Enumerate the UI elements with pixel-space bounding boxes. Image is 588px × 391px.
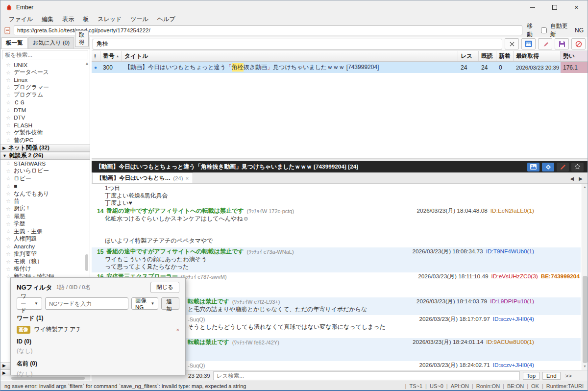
- thread-search-input[interactable]: [93, 39, 502, 49]
- ng-word-input[interactable]: [45, 297, 128, 310]
- sidebar-item[interactable]: ☆プログラマー: [0, 84, 90, 91]
- abone-bucket-button[interactable]: [542, 163, 554, 171]
- auto-update-checkbox[interactable]: [541, 27, 547, 33]
- go-button[interactable]: 移動: [526, 22, 538, 39]
- brush-button[interactable]: [538, 38, 552, 49]
- tab-favorites[interactable]: お気に入り (0): [28, 37, 74, 49]
- column-last-fetched[interactable]: 最終取得: [514, 51, 561, 61]
- sidebar-item[interactable]: ☆ＣＧ: [0, 99, 90, 106]
- menu-ファイル[interactable]: ファイル: [4, 14, 37, 24]
- post-id[interactable]: ID:9ACUw8U00(1): [486, 339, 534, 346]
- sidebar-item[interactable]: ☆データベース: [0, 69, 90, 76]
- sidebar-item[interactable]: ☆昔: [0, 197, 90, 205]
- board-search-row: [0, 49, 90, 61]
- column-read[interactable]: 既読: [479, 51, 496, 61]
- res-search-input[interactable]: [213, 371, 520, 380]
- post-id[interactable]: ID:sczv+JHI0(4): [493, 362, 534, 369]
- sidebar-item[interactable]: ☆学歴: [0, 220, 90, 227]
- menu-スレッド[interactable]: スレッド: [93, 14, 126, 24]
- more-button[interactable]: >>: [565, 373, 572, 379]
- image-button[interactable]: [521, 38, 536, 49]
- sidebar-item[interactable]: ☆主義・主張: [0, 228, 90, 235]
- post-be-link[interactable]: BE:743999204: [541, 273, 580, 281]
- ng-close-button[interactable]: 閉じる: [150, 282, 179, 293]
- remove-entry-icon[interactable]: ×: [176, 327, 179, 333]
- post-id[interactable]: ID:sczv+JHI0(4): [493, 316, 534, 323]
- sidebar-item[interactable]: ☆FLASH: [0, 122, 90, 129]
- close-button[interactable]: ×: [565, 0, 588, 14]
- menu-表示[interactable]: 表示: [58, 14, 78, 24]
- star-icon: ☆: [6, 70, 11, 75]
- column-momentum[interactable]: 勢い: [561, 51, 588, 61]
- menu-編集[interactable]: 編集: [37, 14, 58, 24]
- column-title[interactable]: タイトル: [122, 51, 458, 61]
- search-term-highlight: 角栓: [232, 63, 244, 72]
- sidebar-item[interactable]: ☆ロビー: [0, 175, 90, 182]
- maximize-button[interactable]: [543, 0, 565, 14]
- posts-scroll-thumb[interactable]: [583, 276, 588, 363]
- column-new[interactable]: 新着: [496, 51, 514, 61]
- thread-row[interactable]: ● 300 【動画】今日はいつもとちょっと違う「角栓抜き動画」見つけちゃいました…: [92, 62, 588, 73]
- sidebar-item[interactable]: ☆Linux: [0, 76, 90, 84]
- sidebar-scroll-thumb[interactable]: [85, 254, 88, 271]
- posts-scrollbar[interactable]: ▲ ▼: [582, 184, 588, 370]
- column-mark[interactable]: !: [92, 51, 100, 61]
- sidebar-item[interactable]: ☆厨房！: [0, 205, 90, 213]
- column-number[interactable]: 番号▲: [100, 51, 122, 61]
- jump-top-button[interactable]: Top: [523, 372, 540, 380]
- sidebar-item[interactable]: ☆昔のPC: [0, 137, 90, 144]
- ng-action-select[interactable]: 画像NG▼: [131, 297, 159, 310]
- sidebar-item[interactable]: ☆最悪: [0, 213, 90, 220]
- ng-toggle[interactable]: NG: [575, 27, 584, 34]
- menu-板[interactable]: 板: [78, 14, 93, 24]
- sidebar-item[interactable]: ☆プログラム: [0, 92, 90, 99]
- post-number[interactable]: 14: [97, 208, 103, 215]
- thread-tab[interactable]: 【動画】今日はいつもとち… (24) ×: [92, 172, 193, 183]
- tab-scroll-right-icon[interactable]: ▶: [579, 176, 583, 181]
- url-input[interactable]: [14, 25, 522, 35]
- tab-close-icon[interactable]: ×: [186, 175, 189, 181]
- sidebar-item[interactable]: ☆格付け: [0, 266, 90, 273]
- sidebar-item[interactable]: ☆Anarchy: [0, 243, 90, 250]
- sidebar-item[interactable]: ☆人権問題: [0, 235, 90, 243]
- write-post-button[interactable]: [557, 163, 569, 171]
- board-search-input[interactable]: [2, 50, 88, 59]
- sidebar-item[interactable]: ☆なんでもあり: [0, 190, 90, 197]
- sidebar-item[interactable]: ☆■: [0, 182, 90, 190]
- fetch-button[interactable]: 取得: [75, 30, 89, 47]
- post-id[interactable]: ID:eVsUHzZC0(3): [491, 273, 538, 281]
- sidebar-item[interactable]: ☆STARWARS: [0, 160, 90, 167]
- sidebar-item[interactable]: ☆ゲ製作技術: [0, 129, 90, 137]
- sidebar-item[interactable]: ☆おいらロビー: [0, 168, 90, 175]
- ng-add-button[interactable]: 追加: [161, 297, 179, 310]
- menu-ヘルプ[interactable]: ヘルプ: [153, 14, 180, 24]
- status-error-text: ng save error: invalid args `filters` fo…: [4, 383, 246, 389]
- favorite-star-button[interactable]: [571, 163, 584, 171]
- tab-scroll-left-icon[interactable]: ◀: [570, 176, 574, 181]
- post-id[interactable]: ID:EcN2IaLE0(1): [490, 207, 534, 215]
- scroll-down-icon: ▼: [582, 363, 588, 369]
- clear-search-button[interactable]: [505, 38, 519, 49]
- sidebar-item-label: Anarchy: [14, 243, 35, 250]
- sidebar-group[interactable]: ▶ネット関係 (32): [0, 144, 90, 152]
- post-id[interactable]: ID:T9NF4WUb0(1): [486, 248, 534, 256]
- ng-block-button[interactable]: [571, 38, 586, 49]
- sidebar-item[interactable]: ☆UNIX: [0, 61, 90, 69]
- jump-end-button[interactable]: End: [542, 372, 560, 380]
- ng-type-select[interactable]: ワード▼: [17, 297, 42, 310]
- sidebar-item[interactable]: ☆DTM: [0, 106, 90, 114]
- sidebar-group[interactable]: ▼雑談系 2 (26): [0, 152, 90, 160]
- star-icon: ☆: [6, 161, 11, 166]
- column-res[interactable]: レス: [458, 51, 479, 61]
- fetch-images-button[interactable]: [527, 163, 539, 171]
- post-number[interactable]: 15: [97, 248, 103, 255]
- thread-title[interactable]: 【動画】今日はいつもとちょっと違う「角栓抜き動画」見つけちゃいましたｗｗｗ [7…: [122, 62, 458, 73]
- sidebar-item[interactable]: ☆批判要望: [0, 250, 90, 258]
- sidebar-item[interactable]: ☆モ娘（狼）: [0, 258, 90, 265]
- sidebar-item[interactable]: ☆DTV: [0, 114, 90, 122]
- menu-ツール[interactable]: ツール: [126, 14, 153, 24]
- save-button[interactable]: [555, 38, 569, 49]
- minimize-button[interactable]: [521, 0, 543, 14]
- post-id[interactable]: ID:L9DPIPu10(1): [490, 298, 534, 306]
- tab-board-list[interactable]: 板一覧: [1, 37, 27, 49]
